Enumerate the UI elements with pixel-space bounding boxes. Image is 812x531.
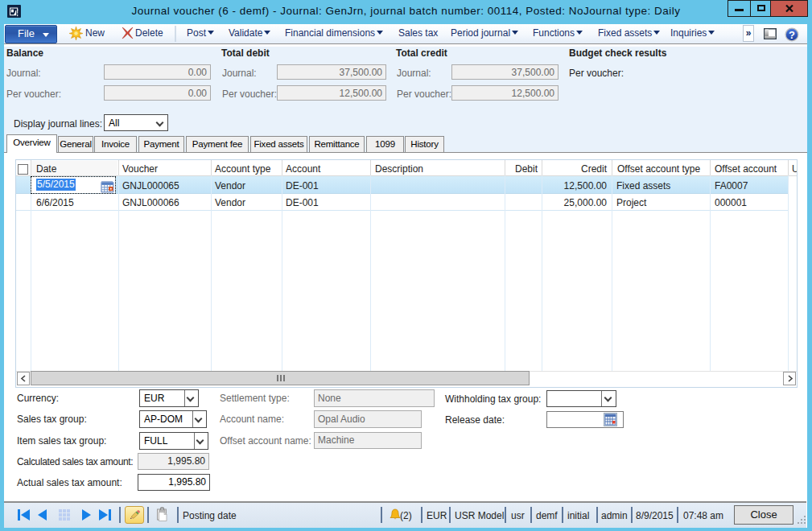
svg-text:?: ? (789, 29, 795, 41)
